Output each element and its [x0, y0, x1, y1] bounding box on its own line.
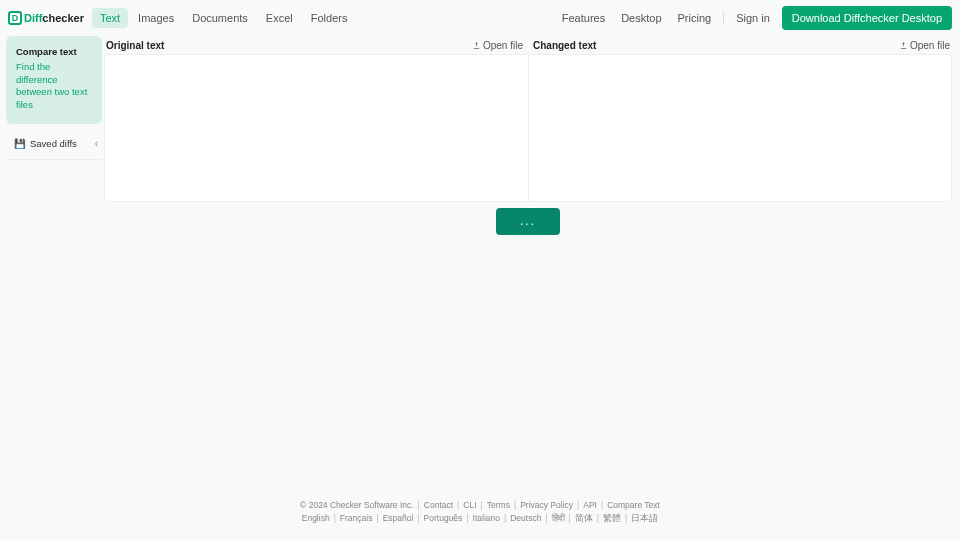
logo[interactable]: D Diffchecker — [8, 11, 84, 25]
download-desktop-button[interactable]: Download Diffchecker Desktop — [782, 6, 952, 30]
sidebar-saved-diffs[interactable]: 💾 Saved diffs ‹ — [6, 130, 102, 160]
logo-text-diff: Diff — [24, 12, 42, 24]
footer-api[interactable]: API — [583, 499, 597, 513]
changed-text-label: Changed text — [533, 40, 596, 51]
lang-hindi[interactable]: हिंदी — [552, 512, 565, 526]
logo-icon: D — [8, 11, 22, 25]
sidebar-card-desc: Find the difference between two text fil… — [16, 61, 94, 112]
changed-text-input[interactable] — [529, 55, 952, 201]
lang-japanese[interactable]: 日本語 — [631, 512, 658, 526]
upload-icon — [899, 41, 908, 50]
chevron-left-icon: ‹ — [95, 138, 98, 149]
open-file-original[interactable]: Open file — [472, 40, 523, 51]
footer-terms[interactable]: Terms — [487, 499, 510, 513]
logo-text-checker: checker — [42, 12, 84, 24]
tab-documents[interactable]: Documents — [184, 8, 256, 28]
tab-images[interactable]: Images — [130, 8, 182, 28]
original-text-input[interactable] — [105, 55, 528, 201]
saved-diffs-label: Saved diffs — [30, 138, 77, 149]
divider — [723, 12, 724, 24]
footer-contact[interactable]: Contact — [424, 499, 453, 513]
tab-excel[interactable]: Excel — [258, 8, 301, 28]
footer-compare-text[interactable]: Compare Text — [607, 499, 660, 513]
lang-english[interactable]: English — [302, 512, 330, 526]
link-pricing[interactable]: Pricing — [674, 9, 716, 27]
link-signin[interactable]: Sign in — [732, 9, 774, 27]
save-icon: 💾 — [14, 138, 26, 149]
lang-zh-hant[interactable]: 繁體 — [603, 512, 621, 526]
compare-button[interactable]: ... — [496, 208, 560, 235]
original-text-label: Original text — [106, 40, 164, 51]
lang-portugues[interactable]: Português — [424, 512, 463, 526]
lang-espanol[interactable]: Español — [383, 512, 414, 526]
lang-italiano[interactable]: Italiano — [473, 512, 500, 526]
upload-icon — [472, 41, 481, 50]
lang-zh-hans[interactable]: 简体 — [575, 512, 593, 526]
link-features[interactable]: Features — [558, 9, 609, 27]
link-desktop[interactable]: Desktop — [617, 9, 665, 27]
footer-cli[interactable]: CLI — [463, 499, 476, 513]
sidebar-compare-text-card[interactable]: Compare text Find the difference between… — [6, 36, 102, 124]
tab-folders[interactable]: Folders — [303, 8, 356, 28]
footer-copyright: © 2024 Checker Software Inc. — [300, 499, 414, 513]
lang-francais[interactable]: Français — [340, 512, 373, 526]
footer-privacy[interactable]: Privacy Policy — [520, 499, 573, 513]
lang-deutsch[interactable]: Deutsch — [510, 512, 541, 526]
tab-text[interactable]: Text — [92, 8, 128, 28]
open-file-changed[interactable]: Open file — [899, 40, 950, 51]
sidebar-card-title: Compare text — [16, 46, 94, 59]
